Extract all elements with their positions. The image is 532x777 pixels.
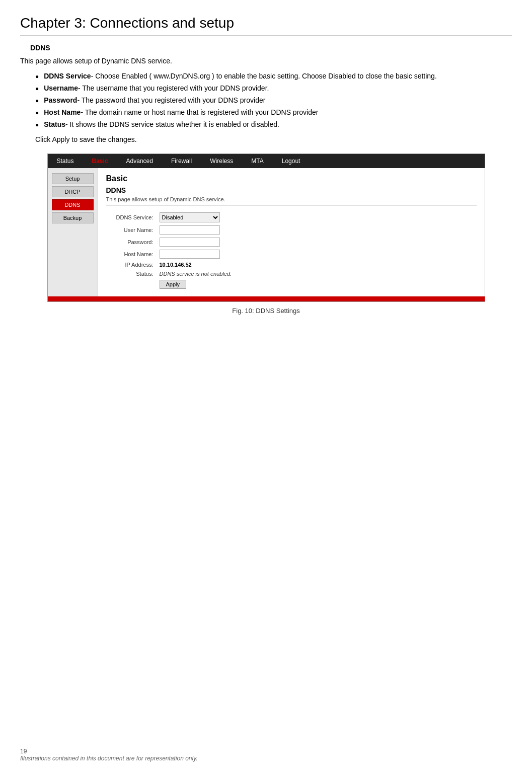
bullet-term-username: Username [44,84,78,92]
username-input[interactable] [160,225,220,235]
hostname-input[interactable] [160,250,220,259]
page-number: 19 [20,748,198,755]
username-label: User Name: [106,224,157,236]
chapter-title: Chapter 3: Connections and setup [20,15,512,36]
apply-button[interactable]: Apply [160,280,187,289]
page-footer: 19 Illustrations contained in this docum… [20,747,198,762]
sidebar-ddns[interactable]: DDNS [52,199,94,210]
status-row: Status: DDNS service is not enabled. [106,269,477,278]
nav-firewall[interactable]: Firewall [162,155,201,167]
bullet-status: Status- It shows the DDNS service status… [35,120,512,128]
hostname-label: Host Name: [106,248,157,260]
fig-caption: Fig. 10: DDNS Settings [20,307,512,315]
router-content: Basic DDNS This page allows setup of Dyn… [98,168,485,296]
router-screenshot: Status Basic Advanced Firewall Wireless … [47,153,485,302]
username-row: User Name: [106,224,477,236]
ip-row: IP Address: 10.10.146.52 [106,260,477,269]
nav-logout[interactable]: Logout [273,155,310,167]
bullet-hostname: Host Name- The domain name or host name … [35,108,512,116]
bullet-desc-username: - The username that you registered with … [78,84,269,92]
ddns-service-select[interactable]: Disabled Enabled [160,212,220,222]
password-input[interactable] [160,238,220,247]
nav-wireless[interactable]: Wireless [201,155,242,167]
ip-label: IP Address: [106,260,157,269]
nav-advanced[interactable]: Advanced [117,155,162,167]
nav-basic[interactable]: Basic [83,155,117,167]
section-heading: DDNS [30,44,512,52]
ddns-service-label: DDNS Service: [106,211,157,224]
bullet-password: Password- The password that you register… [35,96,512,104]
status-label: Status: [106,269,157,278]
bullet-desc-password: - The password that you registered with … [77,96,265,104]
ddns-service-row: DDNS Service: Disabled Enabled [106,211,477,224]
password-label: Password: [106,236,157,248]
bullet-desc-status: - It shows the DDNS service status wheth… [65,120,279,128]
content-subtitle: DDNS [106,186,477,194]
bullet-term-password: Password [44,96,77,104]
content-section-title: Basic [106,174,477,183]
password-row: Password: [106,236,477,248]
footer-disclaimer: Illustrations contained in this document… [20,755,198,762]
bullet-term-hostname: Host Name [44,108,81,116]
bullet-ddns-service: DDNS Service- Choose Enabled ( www.DynDN… [35,72,512,80]
red-bar [48,296,485,301]
ddns-form: DDNS Service: Disabled Enabled User Name… [106,211,477,290]
router-sidebar: Setup DHCP DDNS Backup [48,168,98,296]
bullet-term-status: Status [44,120,65,128]
router-body: Setup DHCP DDNS Backup Basic DDNS This p… [48,168,485,296]
bullet-desc-ddns: - Choose Enabled ( www.DynDNS.org ) to e… [91,72,437,80]
nav-status[interactable]: Status [48,155,83,167]
click-apply-text: Click Apply to save the changes. [35,135,512,143]
intro-text: This page allows setup of Dynamic DNS se… [20,57,512,65]
sidebar-dhcp[interactable]: DHCP [52,186,94,197]
ip-value: 10.10.146.52 [160,262,192,268]
hostname-row: Host Name: [106,248,477,260]
router-nav: Status Basic Advanced Firewall Wireless … [48,154,485,168]
content-description: This page allows setup of Dynamic DNS se… [106,196,477,206]
bullet-list: DDNS Service- Choose Enabled ( www.DynDN… [35,72,512,128]
sidebar-setup[interactable]: Setup [52,173,94,184]
apply-row: Apply [106,278,477,290]
bullet-term-ddns: DDNS Service [44,72,91,80]
nav-mta[interactable]: MTA [242,155,272,167]
status-value: DDNS service is not enabled. [160,271,232,277]
sidebar-backup[interactable]: Backup [52,212,94,223]
bullet-username: Username- The username that you register… [35,84,512,92]
bullet-desc-hostname: - The domain name or host name that is r… [81,108,318,116]
